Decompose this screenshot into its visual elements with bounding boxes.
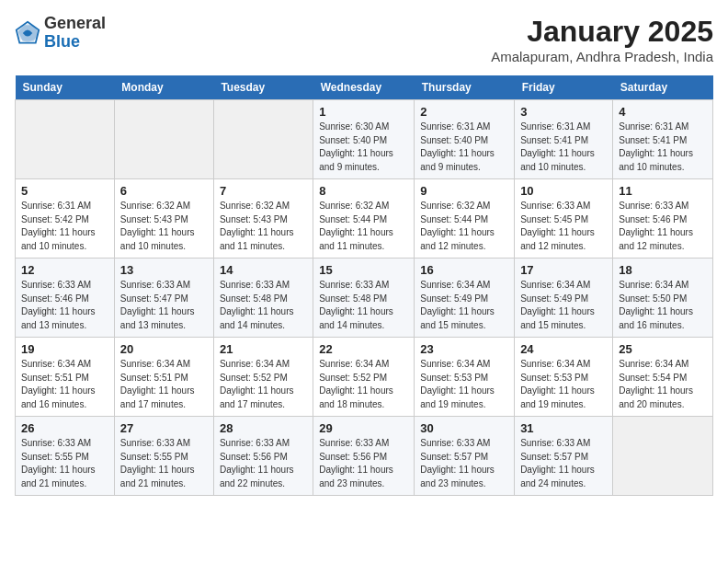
calendar-cell: 15Sunrise: 6:33 AM Sunset: 5:48 PM Dayli… (313, 259, 415, 338)
day-number: 1 (319, 105, 408, 119)
calendar-cell: 11Sunrise: 6:33 AM Sunset: 5:46 PM Dayli… (613, 179, 713, 259)
day-number: 15 (319, 263, 408, 277)
day-info: Sunrise: 6:33 AM Sunset: 5:45 PM Dayligh… (520, 200, 607, 253)
calendar-cell: 30Sunrise: 6:33 AM Sunset: 5:57 PM Dayli… (415, 417, 515, 496)
calendar-cell: 19Sunrise: 6:34 AM Sunset: 5:51 PM Dayli… (16, 338, 115, 417)
weekday-header-wednesday: Wednesday (313, 75, 415, 100)
calendar-cell: 25Sunrise: 6:34 AM Sunset: 5:54 PM Dayli… (613, 338, 713, 417)
day-number: 23 (420, 342, 508, 356)
day-number: 14 (220, 263, 307, 277)
calendar-cell: 20Sunrise: 6:34 AM Sunset: 5:51 PM Dayli… (114, 338, 213, 417)
weekday-header-thursday: Thursday (415, 75, 515, 100)
day-number: 8 (319, 184, 408, 198)
calendar-cell: 13Sunrise: 6:33 AM Sunset: 5:47 PM Dayli… (114, 259, 213, 338)
calendar-cell: 6Sunrise: 6:32 AM Sunset: 5:43 PM Daylig… (114, 179, 213, 259)
day-info: Sunrise: 6:34 AM Sunset: 5:49 PM Dayligh… (520, 279, 607, 332)
day-info: Sunrise: 6:34 AM Sunset: 5:51 PM Dayligh… (21, 358, 108, 411)
calendar-cell: 24Sunrise: 6:34 AM Sunset: 5:53 PM Dayli… (515, 338, 613, 417)
calendar-cell: 3Sunrise: 6:31 AM Sunset: 5:41 PM Daylig… (515, 100, 613, 179)
weekday-header-sunday: Sunday (16, 75, 115, 100)
day-info: Sunrise: 6:31 AM Sunset: 5:41 PM Dayligh… (520, 121, 607, 174)
calendar-cell (213, 100, 313, 179)
day-info: Sunrise: 6:33 AM Sunset: 5:46 PM Dayligh… (21, 279, 108, 332)
day-info: Sunrise: 6:33 AM Sunset: 5:47 PM Dayligh… (120, 279, 208, 332)
calendar-week-2: 5Sunrise: 6:31 AM Sunset: 5:42 PM Daylig… (16, 179, 713, 259)
day-number: 2 (420, 105, 508, 119)
logo: General Blue (15, 15, 106, 52)
page-header: General Blue January 2025 Amalapuram, An… (15, 15, 713, 64)
day-info: Sunrise: 6:33 AM Sunset: 5:56 PM Dayligh… (319, 437, 408, 490)
calendar-cell: 7Sunrise: 6:32 AM Sunset: 5:43 PM Daylig… (213, 179, 313, 259)
day-info: Sunrise: 6:34 AM Sunset: 5:54 PM Dayligh… (619, 358, 707, 411)
calendar-cell: 14Sunrise: 6:33 AM Sunset: 5:48 PM Dayli… (213, 259, 313, 338)
calendar-cell: 21Sunrise: 6:34 AM Sunset: 5:52 PM Dayli… (213, 338, 313, 417)
day-info: Sunrise: 6:34 AM Sunset: 5:52 PM Dayligh… (319, 358, 408, 411)
day-info: Sunrise: 6:33 AM Sunset: 5:55 PM Dayligh… (120, 437, 208, 490)
day-info: Sunrise: 6:34 AM Sunset: 5:50 PM Dayligh… (619, 279, 707, 332)
day-info: Sunrise: 6:33 AM Sunset: 5:56 PM Dayligh… (220, 437, 307, 490)
day-number: 3 (520, 105, 607, 119)
day-number: 28 (220, 421, 307, 435)
day-info: Sunrise: 6:34 AM Sunset: 5:53 PM Dayligh… (520, 358, 607, 411)
day-info: Sunrise: 6:30 AM Sunset: 5:40 PM Dayligh… (319, 121, 408, 174)
calendar-cell (613, 417, 713, 496)
logo-icon (15, 20, 40, 46)
day-info: Sunrise: 6:34 AM Sunset: 5:49 PM Dayligh… (420, 279, 508, 332)
day-info: Sunrise: 6:32 AM Sunset: 5:44 PM Dayligh… (319, 200, 408, 253)
logo-blue-text: Blue (44, 32, 80, 51)
day-number: 10 (520, 184, 607, 198)
day-number: 19 (21, 342, 108, 356)
day-info: Sunrise: 6:33 AM Sunset: 5:48 PM Dayligh… (319, 279, 408, 332)
calendar-cell: 9Sunrise: 6:32 AM Sunset: 5:44 PM Daylig… (415, 179, 515, 259)
calendar-cell: 8Sunrise: 6:32 AM Sunset: 5:44 PM Daylig… (313, 179, 415, 259)
day-number: 9 (420, 184, 508, 198)
day-number: 24 (520, 342, 607, 356)
weekday-header-saturday: Saturday (613, 75, 713, 100)
calendar-cell: 31Sunrise: 6:33 AM Sunset: 5:57 PM Dayli… (515, 417, 613, 496)
day-info: Sunrise: 6:34 AM Sunset: 5:52 PM Dayligh… (220, 358, 307, 411)
calendar-cell: 10Sunrise: 6:33 AM Sunset: 5:45 PM Dayli… (515, 179, 613, 259)
calendar-cell: 28Sunrise: 6:33 AM Sunset: 5:56 PM Dayli… (213, 417, 313, 496)
day-info: Sunrise: 6:32 AM Sunset: 5:43 PM Dayligh… (220, 200, 307, 253)
calendar-table: SundayMondayTuesdayWednesdayThursdayFrid… (15, 75, 713, 496)
calendar-week-3: 12Sunrise: 6:33 AM Sunset: 5:46 PM Dayli… (16, 259, 713, 338)
calendar-cell (114, 100, 213, 179)
logo-general-text: General (44, 14, 106, 32)
day-number: 18 (619, 263, 707, 277)
calendar-week-5: 26Sunrise: 6:33 AM Sunset: 5:55 PM Dayli… (16, 417, 713, 496)
day-info: Sunrise: 6:32 AM Sunset: 5:44 PM Dayligh… (420, 200, 508, 253)
calendar-subtitle: Amalapuram, Andhra Pradesh, India (491, 49, 713, 64)
weekday-header-monday: Monday (114, 75, 213, 100)
day-number: 26 (21, 421, 108, 435)
day-info: Sunrise: 6:32 AM Sunset: 5:43 PM Dayligh… (120, 200, 208, 253)
title-block: January 2025 Amalapuram, Andhra Pradesh,… (491, 15, 713, 64)
day-number: 30 (420, 421, 508, 435)
day-number: 7 (220, 184, 307, 198)
calendar-cell: 29Sunrise: 6:33 AM Sunset: 5:56 PM Dayli… (313, 417, 415, 496)
calendar-cell: 17Sunrise: 6:34 AM Sunset: 5:49 PM Dayli… (515, 259, 613, 338)
day-number: 5 (21, 184, 108, 198)
day-number: 20 (120, 342, 208, 356)
day-number: 11 (619, 184, 707, 198)
day-number: 17 (520, 263, 607, 277)
day-number: 21 (220, 342, 307, 356)
calendar-cell: 27Sunrise: 6:33 AM Sunset: 5:55 PM Dayli… (114, 417, 213, 496)
day-number: 13 (120, 263, 208, 277)
day-info: Sunrise: 6:33 AM Sunset: 5:46 PM Dayligh… (619, 200, 707, 253)
day-number: 4 (619, 105, 707, 119)
day-info: Sunrise: 6:33 AM Sunset: 5:55 PM Dayligh… (21, 437, 108, 490)
calendar-week-1: 1Sunrise: 6:30 AM Sunset: 5:40 PM Daylig… (16, 100, 713, 179)
day-number: 16 (420, 263, 508, 277)
calendar-cell: 22Sunrise: 6:34 AM Sunset: 5:52 PM Dayli… (313, 338, 415, 417)
calendar-title: January 2025 (491, 15, 713, 49)
day-info: Sunrise: 6:33 AM Sunset: 5:57 PM Dayligh… (420, 437, 508, 490)
day-info: Sunrise: 6:34 AM Sunset: 5:51 PM Dayligh… (120, 358, 208, 411)
calendar-cell: 26Sunrise: 6:33 AM Sunset: 5:55 PM Dayli… (16, 417, 115, 496)
calendar-cell: 23Sunrise: 6:34 AM Sunset: 5:53 PM Dayli… (415, 338, 515, 417)
calendar-cell: 18Sunrise: 6:34 AM Sunset: 5:50 PM Dayli… (613, 259, 713, 338)
weekday-header-tuesday: Tuesday (213, 75, 313, 100)
day-info: Sunrise: 6:34 AM Sunset: 5:53 PM Dayligh… (420, 358, 508, 411)
weekday-header-friday: Friday (515, 75, 613, 100)
day-number: 27 (120, 421, 208, 435)
day-info: Sunrise: 6:33 AM Sunset: 5:57 PM Dayligh… (520, 437, 607, 490)
